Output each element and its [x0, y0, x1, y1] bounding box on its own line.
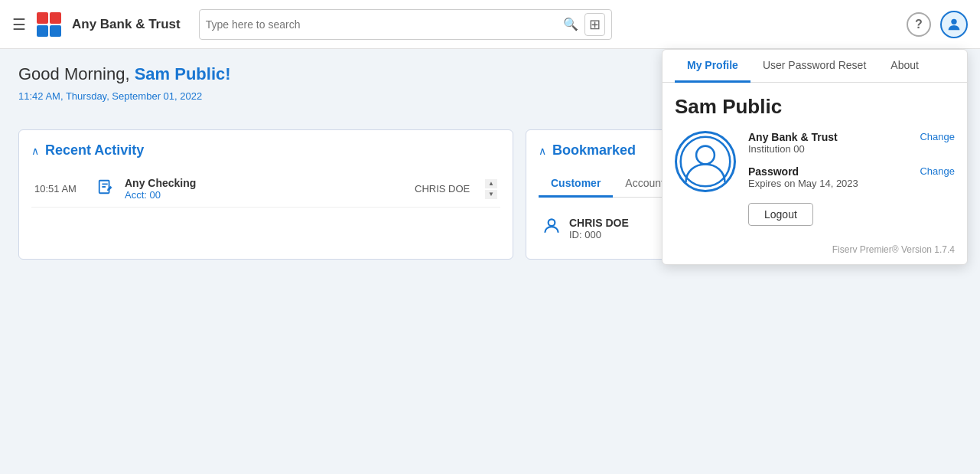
- svg-point-8: [696, 146, 715, 165]
- institution-value: Institution 00: [748, 143, 913, 155]
- bookmarked-chevron-icon[interactable]: ∧: [539, 145, 546, 157]
- header-left: ☰ Any Bank & Trust: [12, 11, 181, 38]
- svg-point-6: [549, 219, 555, 226]
- profile-tabs: My Profile User Password Reset About: [663, 50, 967, 83]
- tab-customer[interactable]: Customer: [539, 171, 613, 198]
- bookmarked-title: Bookmarked: [552, 142, 636, 159]
- tab-user-password-reset[interactable]: User Password Reset: [750, 50, 878, 83]
- activity-edit-icon: [97, 178, 116, 199]
- header-right: ?: [907, 11, 968, 38]
- activity-scroll: ▲ ▼: [485, 179, 497, 199]
- bm-item-name: CHRIS DOE: [569, 217, 629, 229]
- institution-content: Any Bank & Trust Institution 00: [748, 131, 913, 155]
- bm-item-info: CHRIS DOE ID: 000: [569, 217, 629, 240]
- institution-label: Any Bank & Trust: [748, 131, 913, 143]
- svg-point-4: [951, 18, 956, 24]
- svg-rect-0: [37, 12, 48, 24]
- hamburger-icon[interactable]: ☰: [12, 15, 26, 34]
- svg-rect-2: [37, 25, 48, 37]
- recent-activity-title: Recent Activity: [45, 142, 144, 159]
- chevron-up-icon[interactable]: ∧: [31, 145, 39, 157]
- activity-time: 10:51 AM: [34, 183, 88, 195]
- recent-activity-panel: ∧ Recent Activity 10:51 AM Any Checking …: [18, 129, 513, 260]
- greeting-name: Sam Public!: [135, 64, 231, 83]
- activity-account-number: Acct: 00: [125, 189, 405, 201]
- scroll-up-button[interactable]: ▲: [485, 179, 497, 188]
- password-content: Password Expires on May 14, 2023: [748, 165, 913, 189]
- logo-icon: [35, 11, 63, 38]
- profile-footer: Fiserv Premier® Version 1.7.4: [663, 238, 967, 255]
- profile-user-name: Sam Public: [675, 95, 955, 119]
- help-icon[interactable]: ?: [907, 12, 931, 37]
- activity-details: Any Checking Acct: 00: [125, 177, 405, 201]
- profile-body: Sam Public Any Bank & Trust Institution …: [663, 83, 967, 238]
- image-search-icon[interactable]: ⊞: [584, 13, 605, 36]
- avatar: [675, 131, 736, 192]
- profile-dropdown: My Profile User Password Reset About Sam…: [662, 49, 968, 265]
- activity-account-name: Any Checking: [125, 177, 405, 189]
- tab-my-profile[interactable]: My Profile: [675, 50, 750, 83]
- search-input[interactable]: [206, 18, 560, 31]
- profile-details: Any Bank & Trust Institution 00 Change P…: [748, 131, 955, 226]
- app-title: Any Bank & Trust: [72, 17, 181, 32]
- svg-rect-1: [50, 12, 61, 24]
- profile-institution-field: Any Bank & Trust Institution 00 Change: [748, 131, 955, 155]
- scroll-down-button[interactable]: ▼: [485, 190, 497, 199]
- greeting: Good Morning, Sam Public!: [18, 64, 231, 84]
- tab-about[interactable]: About: [878, 50, 931, 83]
- password-change-link[interactable]: Change: [920, 165, 955, 177]
- bm-item-id: ID: 000: [569, 229, 629, 240]
- svg-rect-3: [50, 25, 61, 37]
- profile-info-row: Any Bank & Trust Institution 00 Change P…: [675, 131, 955, 226]
- greeting-prefix: Good Morning,: [18, 64, 135, 83]
- password-label: Password: [748, 165, 913, 178]
- table-row: 10:51 AM Any Checking Acct: 00 CHRIS DOE…: [31, 171, 500, 208]
- bm-user-icon: [542, 216, 562, 240]
- institution-change-link[interactable]: Change: [920, 131, 955, 142]
- activity-user: CHRIS DOE: [415, 183, 476, 195]
- user-avatar-icon[interactable]: [940, 11, 968, 38]
- logout-button[interactable]: Logout: [748, 203, 813, 226]
- svg-point-7: [681, 137, 731, 187]
- password-expiry: Expires on May 14, 2023: [748, 178, 913, 189]
- profile-password-field: Password Expires on May 14, 2023 Change: [748, 165, 955, 189]
- search-bar: 🔍 ⊞: [199, 9, 612, 40]
- recent-activity-header: ∧ Recent Activity: [31, 142, 500, 159]
- header: ☰ Any Bank & Trust 🔍 ⊞ ?: [0, 0, 980, 49]
- search-icon[interactable]: 🔍: [563, 17, 578, 31]
- datetime: 11:42 AM, Thursday, September 01, 2022: [18, 90, 231, 102]
